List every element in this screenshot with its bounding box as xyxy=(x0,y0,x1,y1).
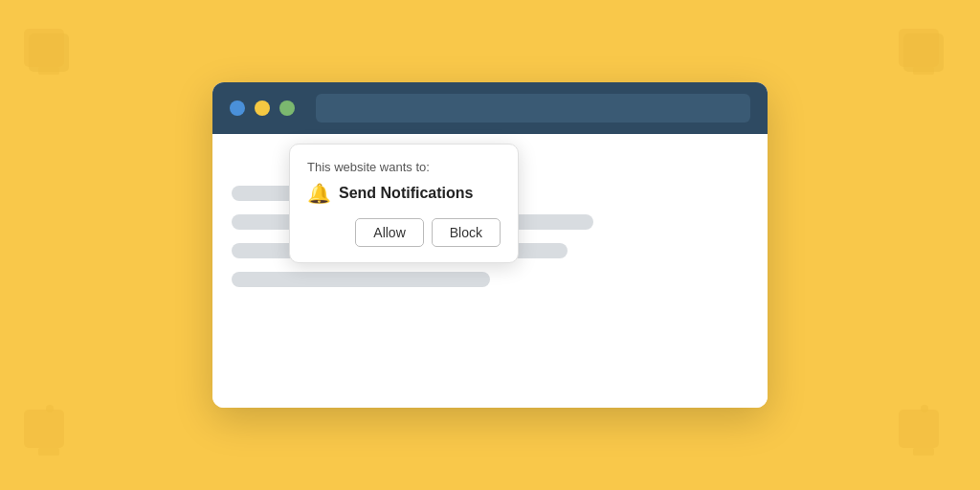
svg-rect-4 xyxy=(899,29,939,67)
svg-rect-1 xyxy=(24,29,64,67)
bg-icon-top-left xyxy=(19,19,86,90)
svg-rect-6 xyxy=(24,410,64,448)
address-bar[interactable] xyxy=(316,94,750,122)
browser-window: This website wants to: 🔔 Send Notificati… xyxy=(212,82,768,408)
svg-rect-2 xyxy=(38,67,59,75)
browser-content: This website wants to: 🔔 Send Notificati… xyxy=(212,134,768,408)
bg-icon-bottom-left xyxy=(19,400,86,471)
svg-rect-5 xyxy=(913,67,934,75)
svg-rect-7 xyxy=(38,448,59,456)
bg-icon-bottom-right xyxy=(894,400,961,471)
browser-dot-close[interactable] xyxy=(230,100,245,116)
svg-rect-8 xyxy=(46,405,54,412)
bg-icon-top-right xyxy=(894,19,961,90)
notification-popup: This website wants to: 🔔 Send Notificati… xyxy=(289,144,519,263)
allow-button[interactable]: Allow xyxy=(355,218,423,247)
popup-notification-row: 🔔 Send Notifications xyxy=(307,182,501,205)
svg-rect-9 xyxy=(899,410,939,448)
svg-rect-10 xyxy=(913,448,934,456)
content-line-4 xyxy=(232,272,490,287)
block-button[interactable]: Block xyxy=(432,218,501,247)
popup-notification-text: Send Notifications xyxy=(339,185,473,202)
browser-toolbar xyxy=(212,82,768,134)
popup-title: This website wants to: xyxy=(307,160,501,174)
browser-dot-maximize[interactable] xyxy=(279,100,295,116)
bell-icon: 🔔 xyxy=(307,182,331,205)
browser-dot-minimize[interactable] xyxy=(255,100,270,116)
popup-buttons: Allow Block xyxy=(307,218,501,247)
svg-rect-11 xyxy=(921,405,928,412)
